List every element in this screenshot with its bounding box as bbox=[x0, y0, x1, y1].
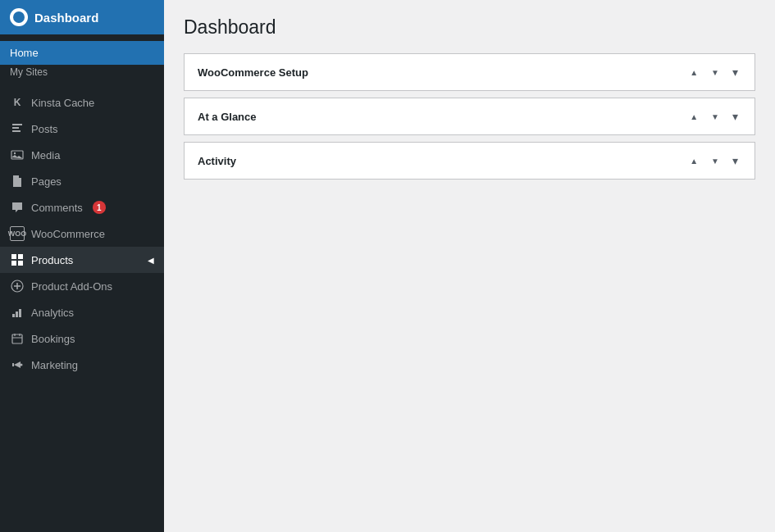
comments-badge: 1 bbox=[93, 201, 106, 214]
products-icon bbox=[10, 252, 25, 267]
widget-activity-up-button[interactable] bbox=[686, 155, 701, 167]
posts-icon bbox=[10, 121, 25, 136]
widget-at-a-glance-down-button[interactable] bbox=[708, 111, 723, 123]
marketing-label: Marketing bbox=[31, 359, 78, 371]
media-icon bbox=[10, 148, 25, 162]
nav-home-section: Home My Sites bbox=[0, 34, 164, 89]
kinsta-cache-icon: K bbox=[10, 95, 25, 110]
product-addons-icon bbox=[10, 279, 25, 293]
sidebar-item-posts[interactable]: Posts bbox=[0, 116, 164, 142]
widget-activity: Activity bbox=[184, 142, 755, 180]
widget-activity-down-button[interactable] bbox=[708, 155, 723, 167]
products-label: Products bbox=[31, 254, 73, 266]
sidebar-item-home[interactable]: Home bbox=[0, 41, 164, 65]
widget-woocommerce-setup-controls bbox=[686, 64, 741, 80]
sidebar-item-product-addons[interactable]: Product Add-Ons bbox=[0, 273, 164, 299]
home-label: Home bbox=[10, 47, 39, 59]
widget-woocommerce-setup-toggle-button[interactable] bbox=[729, 64, 741, 80]
svg-rect-3 bbox=[18, 254, 23, 259]
widget-at-a-glance-up-button[interactable] bbox=[686, 111, 701, 123]
sidebar-item-comments[interactable]: Comments 1 bbox=[0, 194, 164, 221]
svg-rect-9 bbox=[19, 309, 21, 317]
posts-label: Posts bbox=[31, 123, 58, 135]
analytics-icon bbox=[10, 305, 25, 320]
widget-woocommerce-setup-up-button[interactable] bbox=[686, 66, 701, 79]
bookings-icon bbox=[10, 331, 25, 346]
wp-logo-icon bbox=[10, 8, 28, 26]
sidebar-item-bookings[interactable]: Bookings bbox=[0, 325, 164, 352]
widget-at-a-glance: At a Glance bbox=[184, 98, 755, 135]
sidebar-item-my-sites[interactable]: My Sites bbox=[0, 65, 164, 83]
widget-activity-title: Activity bbox=[198, 155, 686, 167]
kinsta-cache-label: Kinsta Cache bbox=[31, 97, 94, 109]
sidebar-header[interactable]: Dashboard bbox=[0, 0, 164, 34]
bookings-label: Bookings bbox=[31, 333, 75, 345]
widget-at-a-glance-toggle-button[interactable] bbox=[729, 108, 741, 125]
pages-label: Pages bbox=[31, 175, 62, 188]
woocommerce-icon: WOO bbox=[10, 226, 25, 241]
sidebar-item-analytics[interactable]: Analytics bbox=[0, 299, 164, 325]
svg-rect-10 bbox=[12, 334, 22, 343]
analytics-label: Analytics bbox=[31, 307, 74, 319]
main-content: Dashboard WooCommerce Setup At a Glance … bbox=[164, 0, 775, 532]
sidebar-item-pages[interactable]: Pages bbox=[0, 168, 164, 194]
sidebar-title: Dashboard bbox=[34, 11, 98, 25]
sidebar-item-woocommerce[interactable]: WOO WooCommerce bbox=[0, 221, 164, 247]
sidebar-item-products[interactable]: Products ◀ bbox=[0, 247, 164, 273]
widget-woocommerce-setup-down-button[interactable] bbox=[708, 66, 723, 79]
pages-icon bbox=[10, 174, 25, 189]
media-label: Media bbox=[31, 149, 60, 161]
comments-icon bbox=[10, 200, 25, 215]
widget-at-a-glance-title: At a Glance bbox=[198, 111, 686, 123]
woocommerce-label: WooCommerce bbox=[31, 228, 105, 240]
product-addons-label: Product Add-Ons bbox=[31, 280, 112, 293]
sidebar-item-kinsta-cache[interactable]: K Kinsta Cache bbox=[0, 89, 164, 116]
sidebar: Dashboard Home My Sites K Kinsta Cache P… bbox=[0, 0, 164, 532]
svg-rect-5 bbox=[18, 261, 23, 266]
sidebar-item-marketing[interactable]: Marketing bbox=[0, 352, 164, 378]
svg-rect-8 bbox=[16, 311, 18, 317]
svg-point-11 bbox=[21, 364, 23, 366]
page-title: Dashboard bbox=[184, 16, 755, 39]
widget-at-a-glance-controls bbox=[686, 108, 741, 125]
marketing-icon bbox=[10, 357, 25, 372]
svg-rect-4 bbox=[11, 261, 16, 266]
widget-activity-toggle-button[interactable] bbox=[729, 152, 741, 169]
products-arrow: ◀ bbox=[148, 256, 154, 265]
sidebar-item-media[interactable]: Media bbox=[0, 142, 164, 168]
widget-woocommerce-setup-title: WooCommerce Setup bbox=[198, 66, 686, 79]
svg-point-1 bbox=[14, 152, 16, 154]
svg-rect-2 bbox=[11, 254, 16, 259]
svg-rect-7 bbox=[12, 314, 15, 317]
comments-label: Comments bbox=[31, 202, 83, 214]
widget-activity-controls bbox=[686, 152, 741, 169]
widget-woocommerce-setup: WooCommerce Setup bbox=[184, 53, 755, 91]
